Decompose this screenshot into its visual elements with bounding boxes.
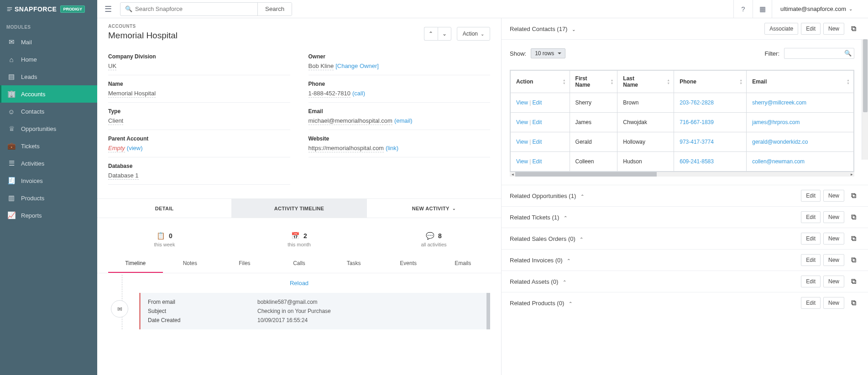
open-external-icon[interactable]: ⧉ — [847, 297, 860, 309]
open-external-icon[interactable]: ⧉ — [847, 276, 860, 287]
subtab-calls[interactable]: Calls — [272, 255, 327, 273]
email-link[interactable]: gerald@wonderkidz.co — [752, 139, 808, 145]
action-link[interactable]: (call) — [352, 90, 365, 97]
phone-link[interactable]: 716-667-1839 — [680, 119, 714, 125]
new-button[interactable]: New — [823, 276, 844, 287]
subtab-notes[interactable]: Notes — [163, 255, 218, 273]
sidebar-item-tickets[interactable]: 💼 Tickets — [0, 137, 97, 155]
edit-button[interactable]: Edit — [801, 297, 821, 309]
timeline-subject-link[interactable]: Checking in on Your Purchase — [257, 308, 331, 314]
rows-select[interactable]: 10 rows — [531, 48, 565, 58]
view-link[interactable]: View — [516, 158, 528, 165]
new-button[interactable]: New — [823, 297, 844, 309]
open-external-icon[interactable]: ⧉ — [847, 190, 860, 202]
field-value[interactable]: Bob Kline — [309, 62, 334, 70]
edit-button[interactable]: Edit — [801, 254, 821, 266]
open-external-icon[interactable]: ⧉ — [847, 233, 860, 245]
new-button[interactable]: New — [823, 23, 844, 35]
new-button[interactable]: New — [823, 190, 844, 202]
field-value[interactable]: UK — [108, 62, 116, 70]
edit-button[interactable]: Edit — [801, 190, 821, 202]
timeline-card[interactable]: From email bobkline587@gmail.com Subject… — [139, 293, 490, 329]
email-link[interactable]: james@hrpros.com — [752, 119, 800, 125]
reload-link[interactable]: Reload — [97, 273, 501, 293]
related-section-toggle[interactable]: Related Tickets (1) ⌃ — [510, 214, 567, 221]
action-link[interactable]: (link) — [386, 145, 398, 151]
table-header[interactable]: Phone▲▼ — [674, 71, 747, 93]
change-owner-link[interactable]: [Change Owner] — [335, 62, 379, 69]
help-icon[interactable]: ? — [733, 0, 753, 18]
view-link[interactable]: View — [516, 99, 528, 106]
field-value[interactable]: Client — [108, 117, 123, 125]
tab-detail[interactable]: DETAIL — [97, 199, 232, 218]
calendar-icon[interactable]: ▦ — [753, 0, 772, 18]
related-section-toggle[interactable]: Related Invoices (0) ⌃ — [510, 257, 570, 264]
new-button[interactable]: New — [823, 211, 844, 223]
related-section-toggle[interactable]: Related Assets (0) ⌃ — [510, 278, 566, 285]
related-section-toggle[interactable]: Related Sales Orders (0) ⌃ — [510, 235, 583, 242]
edit-button[interactable]: Edit — [801, 233, 821, 245]
subtab-events[interactable]: Events — [381, 255, 436, 273]
sidebar-item-home[interactable]: ⌂ Home — [0, 51, 97, 68]
table-header[interactable]: FirstName▲▼ — [570, 71, 617, 93]
sidebar-item-accounts[interactable]: 🏢 Accounts — [0, 85, 97, 103]
user-menu[interactable]: ultimate@snapforce.com ⌄ — [772, 0, 861, 18]
phone-link[interactable]: 203-762-2828 — [680, 99, 714, 106]
sidebar-item-mail[interactable]: ✉ Mail — [0, 33, 97, 51]
filter-input[interactable] — [784, 48, 854, 59]
prev-record-button[interactable]: ⌃ — [424, 27, 438, 41]
open-external-icon[interactable]: ⧉ — [847, 23, 860, 35]
email-link[interactable]: sherry@millcreek.com — [752, 99, 806, 106]
search-input[interactable] — [120, 3, 257, 16]
field-value[interactable]: Database 1 — [108, 172, 139, 180]
related-contacts-toggle[interactable]: Related Contacts (17) ⌄ — [510, 26, 575, 32]
menu-toggle-icon[interactable]: ☰ — [105, 4, 112, 14]
search-button[interactable]: Search — [257, 3, 292, 16]
new-button[interactable]: New — [823, 254, 844, 266]
view-link[interactable]: View — [516, 139, 528, 145]
table-header[interactable]: Action▲▼ — [511, 71, 570, 93]
table-header[interactable]: LastName▲▼ — [617, 71, 674, 93]
edit-button[interactable]: Edit — [801, 211, 821, 223]
subtab-files[interactable]: Files — [217, 255, 272, 273]
sidebar-item-invoices[interactable]: 🧾 Invoices — [0, 172, 97, 189]
sidebar-item-activities[interactable]: ☰ Activities — [0, 155, 97, 172]
edit-button[interactable]: Edit — [801, 23, 821, 35]
field-value[interactable]: https://memorialhospital.com — [309, 145, 384, 152]
action-menu-button[interactable]: Action ⌄ — [457, 27, 490, 41]
action-link[interactable]: (view) — [127, 145, 143, 151]
field-value[interactable]: Memorial Hospital — [108, 90, 156, 98]
edit-link[interactable]: Edit — [533, 99, 542, 106]
subtab-tasks[interactable]: Tasks — [326, 255, 381, 273]
related-scrollbar[interactable] — [862, 39, 868, 160]
table-header[interactable]: Email▲▼ — [747, 71, 854, 93]
open-external-icon[interactable]: ⧉ — [847, 254, 860, 266]
action-link[interactable]: (email) — [394, 117, 413, 124]
subtab-timeline[interactable]: Timeline — [108, 255, 163, 273]
edit-link[interactable]: Edit — [533, 119, 542, 125]
tab-activity-timeline[interactable]: ACTIVITY TIMELINE — [232, 199, 366, 218]
sidebar-item-leads[interactable]: ▤ Leads — [0, 68, 97, 85]
edit-link[interactable]: Edit — [533, 139, 542, 145]
sidebar-item-contacts[interactable]: ☺ Contacts — [0, 103, 97, 120]
edit-button[interactable]: Edit — [801, 276, 821, 287]
sidebar-item-opportunities[interactable]: ♕ Opportunities — [0, 120, 97, 137]
new-button[interactable]: New — [823, 233, 844, 245]
sidebar-item-reports[interactable]: 📈 Reports — [0, 207, 97, 224]
phone-link[interactable]: 973-417-3774 — [680, 139, 714, 145]
table-horizontal-scrollbar[interactable]: ◂ ▸ — [510, 172, 854, 177]
scroll-left-icon[interactable]: ◂ — [510, 172, 515, 177]
phone-link[interactable]: 609-241-8583 — [680, 158, 714, 165]
associate-button[interactable]: Associate — [764, 23, 798, 35]
field-value[interactable]: Empty — [108, 145, 125, 152]
scrollbar-thumb[interactable] — [515, 172, 657, 177]
related-section-toggle[interactable]: Related Products (0) ⌃ — [510, 300, 572, 307]
view-link[interactable]: View — [516, 119, 528, 125]
brand-logo[interactable]: SNAPFORCE PRODIGY — [0, 0, 97, 18]
field-value[interactable]: 1-888-452-7810 — [309, 90, 351, 98]
open-external-icon[interactable]: ⧉ — [847, 211, 860, 223]
scroll-right-icon[interactable]: ▸ — [849, 172, 854, 177]
subtab-emails[interactable]: Emails — [435, 255, 490, 273]
related-section-toggle[interactable]: Related Opportunities (1) ⌃ — [510, 193, 584, 199]
scrollbar-thumb[interactable] — [863, 39, 868, 112]
